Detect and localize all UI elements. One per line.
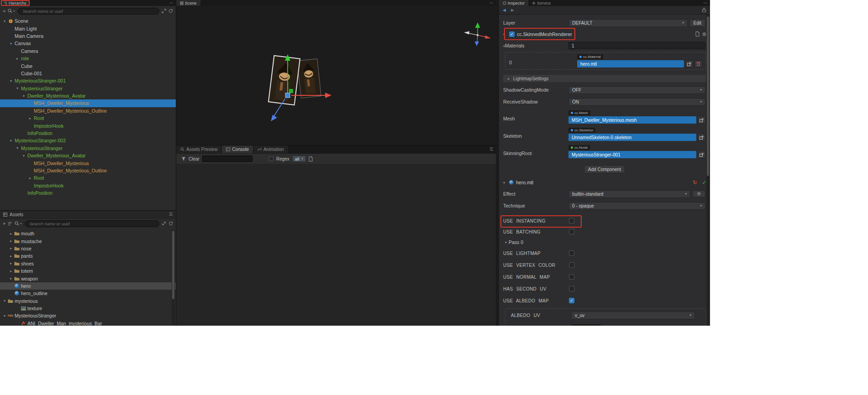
open-log-file-icon[interactable] [309,156,313,161]
hierarchy-node[interactable]: Main Camera [0,32,176,40]
collapse-arrow-icon[interactable]: ▾ [501,32,507,36]
assets-scrollbar-thumb[interactable] [172,231,174,299]
lock-icon[interactable] [702,7,706,13]
technique-select[interactable]: 0 - opaque ▾ [568,202,705,210]
nav-back-icon[interactable]: ◀ [503,8,506,12]
collapse-panel-icon[interactable] [162,221,166,226]
mesh-value[interactable]: MSH_Dweller_Mysterious.mesh [568,116,696,124]
asset-item[interactable]: ▾mysterious [0,297,176,305]
hierarchy-node[interactable]: Cube [0,62,176,69]
property-checkbox[interactable] [569,229,574,234]
hierarchy-node[interactable]: MSH_Dweller_Mysterious [0,99,176,107]
lightmap-settings-foldout[interactable]: ▸ LightmapSettings [503,75,706,82]
delete-material-icon[interactable] [694,60,702,68]
minimize-icon[interactable]: — [704,0,707,6]
hierarchy-node[interactable]: ▾MysteriousStranger-001 [0,77,176,84]
asset-item[interactable]: texture [0,305,176,312]
collapse-arrow-icon[interactable]: ▾ [501,181,507,185]
asset-item[interactable]: ANI_Dweller_Man_mysterious_Bar [0,320,176,326]
hierarchy-node[interactable]: ▾Dweller_Mysterious_Avatar [0,92,176,99]
asset-item[interactable]: ▸totem [0,267,176,275]
collapse-arrow-icon[interactable]: ▾ [2,314,7,318]
hierarchy-node[interactable]: ▾Canvas [0,40,176,47]
log-level-select[interactable]: all ▾ [292,156,306,162]
console-search-input[interactable] [202,156,253,162]
property-checkbox[interactable] [569,274,574,280]
menu-icon[interactable]: ☰ [489,146,493,154]
tab-inspector[interactable]: Inspector [499,0,528,6]
asset-item[interactable]: ▸weapon [0,275,176,282]
hierarchy-node[interactable]: ▸role [0,55,176,62]
albedo-uv-select[interactable]: v_uv ▾ [571,312,695,319]
asset-item[interactable]: hero [0,282,176,290]
receive-shadow-select[interactable]: ON ▾ [568,98,705,106]
collapse-arrow-icon[interactable]: ▾ [8,79,14,83]
expand-arrow-icon[interactable]: ▸ [8,276,14,281]
expand-panel-icon[interactable] [162,9,166,13]
inspector-scrollbar-thumb[interactable] [707,16,709,176]
collapse-arrow-icon[interactable]: ▾ [15,86,20,90]
material-slot-value[interactable]: hero.mtl [577,60,684,68]
hierarchy-node[interactable]: ImpostorHook [0,122,176,129]
gear-icon[interactable]: ⚙ [702,32,706,37]
asset-item[interactable]: ▾FBXMysteriousStranger [0,312,176,319]
create-asset-button[interactable]: + [3,221,5,226]
hierarchy-node[interactable]: Main Light [0,25,176,32]
asset-item[interactable]: hero_outline [0,290,176,297]
pass-foldout[interactable]: ▾ Pass 0 [499,237,710,247]
tab-animation[interactable]: Animation [253,146,288,153]
locate-node-icon[interactable] [698,151,705,158]
collapse-arrow-icon[interactable]: ▾ [8,42,14,46]
expand-arrow-icon[interactable]: ▸ [8,246,14,250]
refresh-icon[interactable] [168,9,173,13]
tab-assets-preview[interactable]: Assets Preview [176,146,222,153]
add-effect-icon[interactable]: ⊕ [692,190,705,198]
hierarchy-node[interactable]: MSH_Dweller_Mysterious [0,159,176,166]
create-node-button[interactable]: + [3,9,5,14]
apply-material-icon[interactable]: ✓ [702,180,706,186]
assets-search-input[interactable] [25,220,159,227]
hierarchy-node[interactable]: Cube-001 [0,70,176,77]
expand-arrow-icon[interactable]: ▸ [8,232,14,236]
nav-forward-icon[interactable]: ▶ [511,8,514,12]
locate-asset-icon[interactable] [698,134,705,141]
inspector-scrollbar[interactable] [706,15,710,326]
clear-console-button[interactable]: Clear [189,156,200,161]
skeleton-value[interactable]: UnnamedSkeleton-0.skeleton [568,134,696,141]
edit-script-icon[interactable] [695,30,700,38]
search-filter-icon[interactable] [8,9,16,13]
shadow-casting-select[interactable]: OFF ▾ [568,86,705,94]
layer-select[interactable]: DEFAULT ▾ [568,19,688,27]
effect-select[interactable]: builtin-standard ▾ [568,190,690,198]
expand-arrow-icon[interactable]: ▸ [8,261,14,265]
collapse-arrow-icon[interactable]: ▾ [21,154,26,158]
tab-hierarchy[interactable]: Hierarchy [0,0,30,6]
expand-arrow-icon[interactable]: ▸ [8,239,14,243]
expand-arrow-icon[interactable]: ▸ [15,57,20,61]
hierarchy-node[interactable]: ▾MysteriousStranger-002 [0,137,176,144]
property-checkbox[interactable] [569,262,574,268]
property-checkbox[interactable] [569,250,574,256]
component-enabled-checkbox[interactable]: ✓ [509,31,515,37]
asset-item[interactable]: ▸shoes [0,260,176,267]
expand-arrow-icon[interactable]: ▸ [27,116,33,120]
collapse-arrow-icon[interactable]: ▾ [8,139,14,143]
locate-asset-icon[interactable] [698,116,705,124]
hierarchy-node[interactable]: Camera [0,47,176,55]
property-checkbox[interactable]: ✓ [569,298,574,303]
console-output[interactable] [176,164,496,326]
refresh-icon[interactable] [168,221,173,226]
minimize-icon[interactable]: — [169,0,173,6]
hierarchy-node[interactable]: InfoPosition [0,130,176,137]
sort-icon[interactable] [8,222,12,226]
collapse-arrow-icon[interactable]: ▾ [21,94,26,98]
hierarchy-node[interactable]: ▾MysteriousStranger [0,145,176,152]
collapse-arrow-icon[interactable]: ▾ [2,299,7,303]
assets-scrollbar[interactable] [172,230,175,325]
asset-item[interactable]: ▸pants [0,252,176,260]
hierarchy-node[interactable]: ImpostorHook [0,182,176,189]
search-filter-icon[interactable] [15,221,22,226]
collapse-arrow-icon[interactable]: ▾ [15,146,20,150]
hierarchy-search-input[interactable] [18,8,159,15]
hierarchy-node[interactable]: MSH_Dweller_Mysterious_Outline [0,107,176,114]
